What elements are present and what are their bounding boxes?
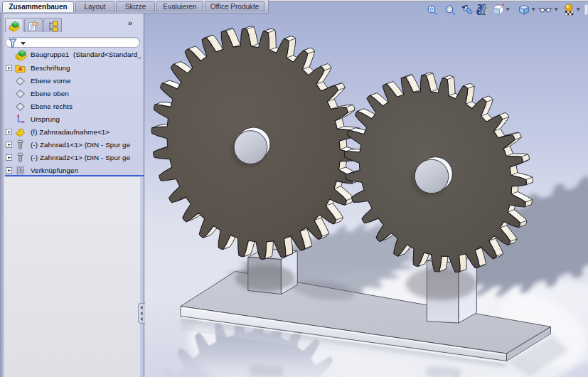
svg-text:A: A bbox=[18, 66, 23, 73]
